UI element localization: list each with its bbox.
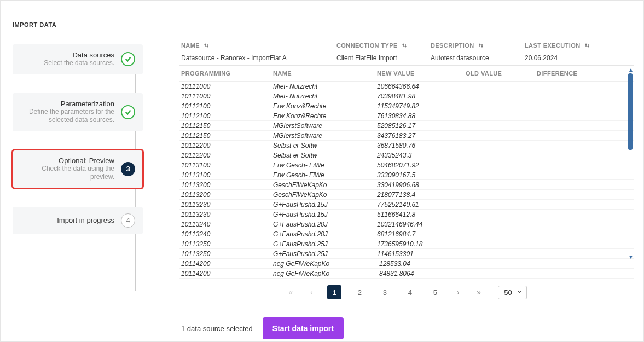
col-description[interactable]: DESCRIPTION: [431, 42, 525, 49]
cell-c2: G+FausPushd.20J: [273, 221, 377, 228]
cell-c2: G+FausPushd.25J: [273, 250, 377, 258]
page-4[interactable]: 4: [403, 285, 417, 299]
cell-c2: Selbst er Softw: [273, 152, 377, 159]
ds-description: Autotest datasource: [431, 54, 525, 62]
page-next-icon[interactable]: ›: [453, 288, 463, 297]
page-last-icon[interactable]: »: [474, 288, 484, 297]
cell-c3: 511666412.8: [377, 211, 466, 218]
step-import-progress[interactable]: Import in progress 4: [13, 207, 143, 234]
cell-c1: 10113250: [181, 250, 273, 258]
table-row[interactable]: 10112150MGIerstSoftware34376183.27: [179, 131, 634, 141]
start-import-button[interactable]: Start data import: [263, 317, 344, 339]
col-last-execution[interactable]: LAST EXECUTION: [525, 42, 634, 49]
preview-table: PROGRAMMING NAME NEW VALUE OLD VALUE DIF…: [179, 65, 634, 279]
step-number-badge: 4: [121, 213, 135, 228]
col-programming: PROGRAMMING: [181, 70, 273, 77]
cell-c1: 10113230: [181, 201, 273, 208]
page-1[interactable]: 1: [327, 285, 341, 299]
cell-c3: 504682071.92: [377, 161, 466, 169]
table-row[interactable]: 10112100Erw Konz&Rechte115349749.82: [179, 101, 634, 111]
sort-icon: [203, 42, 210, 49]
check-icon: [121, 52, 135, 66]
step-desc: Define the parameters for the selected d…: [18, 108, 114, 125]
page-5[interactable]: 5: [428, 285, 442, 299]
table-row[interactable]: 10113250G+FausPushd.25J1736595910.18: [179, 239, 634, 249]
datasource-header: NAME CONNECTION TYPE DESCRIPTION LAST EX…: [179, 39, 634, 52]
table-row[interactable]: 10114200neg GeFiWeKapKo-84831.8064: [179, 269, 634, 279]
chevron-down-icon: [517, 288, 523, 297]
cell-c1: 10113100: [181, 171, 273, 179]
table-row[interactable]: 10113100Erw Gesch- FiWe333090167.5: [179, 170, 634, 180]
step-parameterization[interactable]: Parameterization Define the parameters f…: [13, 93, 143, 131]
ds-connection: Client FlatFile Import: [336, 54, 431, 62]
table-row[interactable]: 10113230G+FausPushd.15J775252140.61: [179, 200, 634, 210]
cell-c1: 10112150: [181, 132, 273, 140]
footer: 1 data source selected Start data import: [179, 315, 634, 342]
table-row[interactable]: 10112100Erw Konz&Rechte76130834.88: [179, 111, 634, 121]
col-connection-type[interactable]: CONNECTION TYPE: [336, 42, 431, 49]
cell-c2: MGIerstSoftware: [273, 132, 377, 140]
ds-last-execution: 20.06.2024: [525, 54, 634, 62]
step-preview[interactable]: Optional: Preview Check the data using t…: [13, 150, 143, 188]
page-first-icon[interactable]: «: [286, 288, 295, 297]
table-row[interactable]: 10113100Erw Gesch- FiWe504682071.92: [179, 160, 634, 170]
table-row[interactable]: 10114200neg GeFiWeKapKo-128533.04: [179, 259, 634, 269]
step-data-sources[interactable]: Data sources Select the data sources.: [13, 44, 143, 74]
cell-c1: 10113250: [181, 240, 273, 248]
table-row[interactable]: 10113250G+FausPushd.25J1146153301: [179, 249, 634, 259]
cell-c2: neg GeFiWeKapKo: [273, 270, 377, 277]
table-row[interactable]: 10113230G+FausPushd.15J511666412.8: [179, 210, 634, 219]
cell-c1: 10112100: [181, 102, 273, 110]
table-row[interactable]: 10112150MGIerstSoftware52085126.17: [179, 121, 634, 131]
scrollbar[interactable]: ▲ ▼: [628, 68, 633, 259]
cell-c2: GeschFiWeKapKo: [273, 191, 377, 199]
cell-c2: Erw Gesch- FiWe: [273, 161, 377, 169]
table-row[interactable]: 10111000Miet- Nutzrecht70398481.98: [179, 91, 634, 101]
table-row[interactable]: 10111000Miet- Nutzrecht106664366.64: [179, 82, 634, 91]
table-row[interactable]: 10113240G+FausPushd.20J1032146946.44: [179, 219, 634, 229]
cell-c2: Miet- Nutzrecht: [273, 83, 377, 90]
col-name[interactable]: NAME: [181, 42, 336, 49]
scroll-down-icon[interactable]: ▼: [628, 255, 633, 259]
cell-c2: G+FausPushd.15J: [273, 201, 377, 208]
table-row[interactable]: 10112200Selbst er Softw36871580.76: [179, 141, 634, 150]
sort-icon: [478, 42, 484, 49]
table-row[interactable]: 10113240G+FausPushd.20J681216984.7: [179, 229, 634, 239]
cell-c3: 218077138.4: [377, 191, 466, 199]
cell-c1: 10114200: [181, 260, 273, 268]
table-row[interactable]: 10113200GeschFiWeKapKo218077138.4: [179, 190, 634, 200]
cell-c3: 1146153301: [377, 250, 466, 258]
preview-header: PROGRAMMING NAME NEW VALUE OLD VALUE DIF…: [179, 66, 634, 82]
check-icon: [121, 105, 135, 119]
datasource-row[interactable]: Datasource - Ranorex - ImportFlat A Clie…: [179, 52, 634, 65]
scroll-up-icon[interactable]: ▲: [628, 68, 633, 72]
cell-c1: 10111000: [181, 83, 273, 90]
cell-c1: 10113230: [181, 211, 273, 218]
cell-c2: G+FausPushd.15J: [273, 211, 377, 218]
cell-c3: 681216984.7: [377, 230, 466, 238]
import-panel: IMPORT DATA Data sources Select the data…: [0, 0, 644, 342]
cell-c2: neg GeFiWeKapKo: [273, 260, 377, 268]
cell-c2: MGIerstSoftware: [273, 122, 377, 130]
cell-c1: 10114200: [181, 270, 273, 277]
scroll-thumb[interactable]: [628, 73, 633, 150]
page-2[interactable]: 2: [352, 285, 367, 299]
page-prev-icon[interactable]: ‹: [306, 288, 316, 297]
sort-icon: [401, 42, 408, 49]
table-row[interactable]: 10112200Selbst er Softw24335243.3: [179, 150, 634, 160]
page-3[interactable]: 3: [378, 285, 392, 299]
col-new-value: NEW VALUE: [377, 70, 466, 77]
col-old-value: OLD VALUE: [466, 70, 537, 77]
cell-c3: 330419906.68: [377, 181, 466, 189]
selected-count: 1 data source selected: [181, 324, 253, 333]
page-size-select[interactable]: 50: [498, 286, 526, 299]
table-row[interactable]: 10113200GeschFiWeKapKo330419906.68: [179, 180, 634, 190]
wizard-sidebar: Data sources Select the data sources. Pa…: [1, 39, 148, 342]
cell-c3: 106664366.64: [377, 83, 466, 90]
page-size-value: 50: [504, 288, 512, 297]
step-title: Import in progress: [18, 216, 114, 224]
cell-c3: -128533.04: [377, 260, 466, 268]
step-title: Optional: Preview: [18, 156, 114, 165]
cell-c2: G+FausPushd.20J: [273, 230, 377, 238]
cell-c3: 52085126.17: [377, 122, 466, 130]
